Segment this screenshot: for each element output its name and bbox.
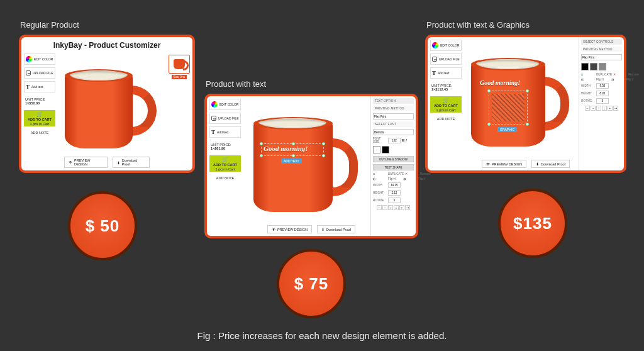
add-text-button[interactable]: TAdd text	[430, 67, 462, 79]
figure-caption: Fig : Price increases for each new desig…	[197, 330, 447, 341]
rotate-label: ROTATE	[373, 199, 387, 202]
label-with-text: Product with text	[206, 79, 418, 89]
duplicate-button[interactable]: DUPLICATE	[388, 172, 404, 176]
upload-button[interactable]: UPLOAD FILE	[209, 113, 241, 124]
nudge-arrows[interactable]: ←→↑↓⇠⇢	[373, 205, 414, 210]
color-wheel-icon	[211, 101, 218, 108]
add-note-button[interactable]: ADD NOTE	[430, 115, 462, 123]
text-icon: T	[26, 84, 30, 90]
printing-method-label: PRINTING METHOD	[373, 106, 414, 111]
download-icon	[321, 227, 325, 231]
width-input[interactable]	[388, 182, 401, 188]
cart-icon	[222, 157, 228, 162]
upload-button[interactable]: UPLOAD FILE	[24, 67, 55, 79]
select-font-label: SELECT FONT	[373, 121, 414, 127]
text-option-header: TEXT OPTION	[373, 98, 414, 104]
rotate-input[interactable]	[388, 198, 401, 203]
rotate-input[interactable]	[596, 98, 609, 104]
download-icon	[117, 160, 120, 165]
unit-price: UNIT PRICE: 1×$112.45	[430, 81, 462, 94]
add-to-cart-button[interactable]: ADD TO CART1 pcs in Cart	[430, 96, 462, 113]
outline-shadow-button[interactable]: OUTLINE & SHADOW	[373, 156, 414, 162]
remove-button[interactable]: Remove	[628, 73, 642, 76]
color-swatches[interactable]	[373, 145, 414, 154]
overlay-text[interactable]: Good morning!	[264, 145, 308, 152]
printing-method-select[interactable]	[373, 113, 414, 120]
object-controls-header: OBJECT CONTROLS	[581, 39, 622, 45]
text-shape-button[interactable]: TEXT SHAPE	[373, 164, 414, 170]
rotate-label: ROTATE	[581, 99, 595, 103]
height-label: HEIGHT	[581, 92, 595, 95]
footer-actions: PREVIEW DESIGN Download Proof	[482, 160, 570, 168]
footer-actions: PREVIEW DESIGN Download Proof	[64, 157, 150, 168]
edit-color-button[interactable]: EDIT COLOR	[209, 99, 241, 110]
download-button[interactable]: Download Proof	[531, 160, 570, 168]
printing-method-select[interactable]	[581, 54, 622, 60]
download-button[interactable]: Download Proof	[317, 225, 355, 233]
upload-icon	[26, 70, 31, 75]
design-canvas[interactable]	[58, 51, 166, 170]
color-swatches[interactable]	[581, 62, 622, 71]
edit-color-button[interactable]: EDIT COLOR	[24, 53, 55, 65]
nudge-arrows[interactable]: ←→↑↓⇠⇢	[581, 106, 622, 111]
color-wheel-icon	[26, 56, 32, 62]
font-size-input[interactable]	[388, 138, 401, 143]
label-regular: Regular Product	[20, 20, 195, 30]
eye-icon	[272, 228, 275, 231]
flip-h-button[interactable]: Flip H	[388, 177, 402, 181]
preview-button[interactable]: PREVIEW DESIGN	[64, 157, 108, 168]
flip-h-button[interactable]: Flip H	[596, 78, 610, 81]
width-label: WIDTH	[581, 84, 595, 87]
graphic-selection-box[interactable]	[489, 91, 528, 125]
height-input[interactable]	[388, 190, 401, 196]
width-input[interactable]	[596, 83, 609, 89]
unit-price: UNIT PRICE: 1×$50.00	[24, 95, 55, 108]
design-canvas[interactable]: Good morning! GRAPHIC	[464, 37, 579, 170]
uploaded-graphic	[492, 94, 525, 121]
flip-v-button[interactable]: Flip V	[626, 78, 640, 81]
sidebar: EDIT COLOR UPLOAD FILE TAdd text UNIT PR…	[21, 51, 58, 170]
graphic-label-pill[interactable]: GRAPHIC	[497, 127, 517, 132]
cart-icon	[36, 111, 43, 117]
add-text-button[interactable]: TAdd text	[209, 126, 241, 138]
download-icon	[536, 162, 539, 166]
sidebar: EDIT COLOR UPLOAD FILE TAdd text UNIT PR…	[207, 96, 243, 236]
add-text-button[interactable]: TAdd text	[24, 81, 55, 92]
font-select[interactable]	[373, 129, 414, 135]
add-note-button[interactable]: ADD NOTE	[209, 174, 241, 182]
height-input[interactable]	[596, 91, 609, 96]
price-circle-regular: $ 50	[68, 191, 137, 260]
eye-icon	[69, 160, 72, 164]
text-icon: T	[211, 129, 215, 135]
edit-color-button[interactable]: EDIT COLOR	[430, 40, 462, 51]
unit-price: UNIT PRICE: 1×$61.90	[209, 140, 241, 153]
duplicate-button[interactable]: DUPLICATE	[596, 73, 612, 76]
add-to-cart-button[interactable]: ADD TO CART1 pcs in Cart	[24, 110, 55, 126]
text-icon: T	[432, 70, 436, 76]
flip-v-button[interactable]: Flip V	[418, 177, 432, 181]
card-with-graphics: EDIT COLOR UPLOAD FILE TAdd text UNIT PR…	[425, 35, 626, 173]
product-preview: Good morning! ADD TEXT	[253, 114, 360, 218]
download-button[interactable]: Download Proof	[113, 157, 150, 168]
right-panel: OBJECT CONTROLS PRINTING METHOD ⧉DUPLICA…	[579, 37, 624, 170]
add-note-button[interactable]: ADD NOTE	[24, 129, 55, 136]
footer-actions: PREVIEW DESIGN Download Proof	[267, 225, 355, 233]
width-label: WIDTH	[373, 184, 387, 187]
upload-icon	[211, 116, 216, 121]
add-text-pill[interactable]: ADD TEXT	[281, 159, 302, 164]
font-size-label: FONT SIZE	[373, 137, 387, 143]
design-canvas[interactable]: Good morning! ADD TEXT	[243, 96, 370, 236]
thumbnail-label: Side One	[172, 75, 187, 79]
right-panel: TEXT OPTION PRINTING METHOD SELECT FONT …	[370, 96, 416, 236]
upload-button[interactable]: UPLOAD FILE	[430, 53, 462, 65]
sidebar: EDIT COLOR UPLOAD FILE TAdd text UNIT PR…	[428, 37, 464, 170]
preview-button[interactable]: PREVIEW DESIGN	[267, 225, 312, 233]
overlay-text[interactable]: Good morning!	[480, 79, 520, 86]
preview-button[interactable]: PREVIEW DESIGN	[482, 160, 526, 168]
thumbnail-side[interactable]	[169, 55, 190, 74]
add-to-cart-button[interactable]: ADD TO CART1 pcs in Cart	[209, 155, 241, 172]
thumbnail-column: Side One	[166, 51, 192, 170]
price-circle-text: $ 75	[277, 249, 346, 318]
label-with-graphics: Product with text & Graphics	[426, 20, 626, 30]
upload-icon	[432, 57, 437, 62]
